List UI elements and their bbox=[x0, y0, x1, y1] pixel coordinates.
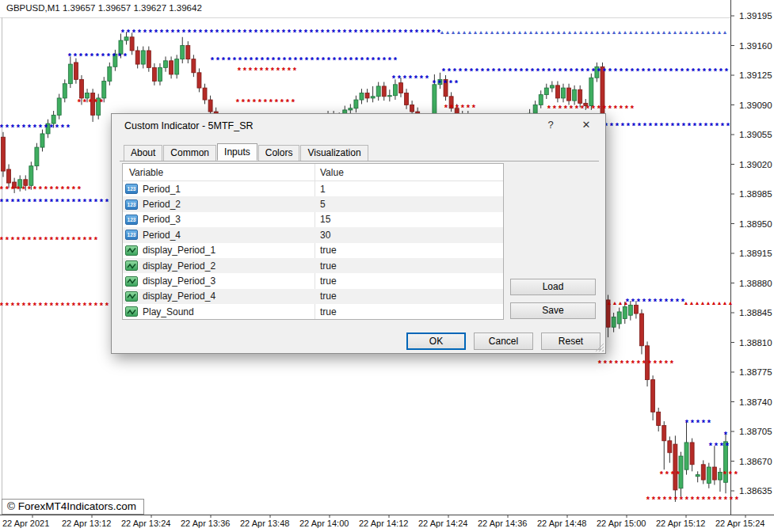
resistance-marker: * bbox=[398, 28, 402, 37]
chart-ohlc-title: GBPUSD,M1 1.39657 1.39657 1.39627 1.3964… bbox=[6, 3, 202, 13]
resistance-marker: * bbox=[39, 197, 43, 207]
param-row[interactable]: 123Period_315 bbox=[123, 212, 503, 227]
resistance-marker: ▲ bbox=[451, 29, 456, 35]
param-value[interactable]: 15 bbox=[320, 214, 330, 225]
bearish-candle bbox=[382, 86, 386, 97]
ok-button[interactable]: OK bbox=[406, 332, 466, 350]
resistance-marker: * bbox=[387, 28, 391, 37]
resistance-marker: * bbox=[28, 197, 32, 207]
support-marker: * bbox=[626, 359, 630, 368]
support-marker: * bbox=[570, 104, 574, 113]
support-marker: * bbox=[564, 104, 568, 113]
price-axis-label: 1.39055 bbox=[739, 130, 772, 139]
param-value[interactable]: true bbox=[320, 245, 337, 256]
support-marker: * bbox=[660, 469, 664, 479]
param-name: display_Period_2 bbox=[143, 260, 215, 272]
resistance-marker: * bbox=[559, 66, 562, 76]
resistance-marker: * bbox=[664, 66, 668, 76]
resistance-marker: * bbox=[50, 197, 54, 207]
bullish-candle bbox=[718, 472, 722, 480]
support-marker: * bbox=[11, 184, 15, 194]
resistance-marker: ▲ bbox=[556, 29, 562, 35]
param-row[interactable]: display_Period_1true bbox=[123, 243, 503, 258]
load-button[interactable]: Load bbox=[510, 279, 596, 295]
tab-about[interactable]: About bbox=[124, 145, 162, 162]
param-value[interactable]: true bbox=[320, 306, 337, 317]
resistance-marker: ▲ bbox=[473, 29, 479, 35]
param-value[interactable]: 5 bbox=[320, 199, 326, 210]
resistance-marker: * bbox=[11, 197, 15, 207]
resistance-marker: * bbox=[74, 51, 78, 61]
help-icon[interactable]: ? bbox=[542, 119, 559, 133]
param-value[interactable]: true bbox=[320, 291, 337, 302]
bullish-candle bbox=[376, 86, 380, 97]
resistance-marker: * bbox=[112, 51, 116, 61]
support-marker: * bbox=[592, 104, 596, 113]
support-marker: * bbox=[72, 235, 76, 245]
resistance-marker: ▲ bbox=[490, 29, 495, 35]
save-button[interactable]: Save bbox=[510, 302, 596, 319]
param-name: Period_4 bbox=[143, 230, 181, 241]
param-row[interactable]: 123Period_430 bbox=[123, 227, 503, 242]
resistance-marker: * bbox=[33, 197, 37, 207]
resistance-marker: * bbox=[637, 297, 641, 306]
time-axis-label: 22 Apr 14:00 bbox=[299, 519, 349, 528]
param-row[interactable]: Play_Soundtrue bbox=[123, 304, 503, 319]
dialog-titlebar[interactable]: Custom Indicator - 5MTF_SR ? ✕ bbox=[112, 114, 605, 138]
resistance-marker: * bbox=[455, 78, 459, 88]
support-marker: * bbox=[247, 97, 251, 107]
param-row[interactable]: display_Period_4true bbox=[123, 289, 503, 304]
bearish-candle bbox=[203, 88, 207, 100]
bullish-candle bbox=[612, 317, 616, 327]
resistance-marker: * bbox=[61, 197, 65, 207]
resistance-marker: * bbox=[166, 28, 170, 37]
param-row[interactable]: 123Period_25 bbox=[123, 196, 503, 211]
resistance-marker: * bbox=[654, 297, 658, 306]
tab-common[interactable]: Common bbox=[163, 145, 216, 162]
support-marker: * bbox=[55, 184, 59, 194]
param-row[interactable]: display_Period_3true bbox=[123, 273, 503, 288]
resistance-marker: * bbox=[464, 66, 468, 76]
param-value[interactable]: 1 bbox=[320, 184, 326, 195]
resistance-marker: * bbox=[631, 66, 635, 76]
support-marker: * bbox=[646, 495, 650, 504]
close-icon[interactable]: ✕ bbox=[578, 119, 595, 133]
param-value[interactable]: true bbox=[320, 260, 337, 272]
param-row[interactable]: display_Period_2true bbox=[123, 258, 503, 273]
resistance-marker: * bbox=[6, 123, 10, 132]
support-marker: ▲ bbox=[700, 300, 706, 306]
resistance-marker: ▲ bbox=[623, 29, 628, 35]
support-marker: * bbox=[625, 104, 629, 113]
support-marker: * bbox=[105, 301, 109, 310]
support-marker: * bbox=[275, 97, 279, 107]
resistance-marker: * bbox=[509, 66, 513, 76]
tab-inputs[interactable]: Inputs bbox=[217, 143, 257, 161]
reset-button[interactable]: Reset bbox=[541, 332, 601, 350]
param-value[interactable]: true bbox=[320, 276, 337, 287]
time-axis-label: 22 Apr 13:12 bbox=[62, 519, 111, 528]
support-marker: * bbox=[553, 104, 557, 113]
tab-colors[interactable]: Colors bbox=[258, 145, 300, 162]
resistance-marker: * bbox=[459, 66, 463, 76]
param-value[interactable]: 30 bbox=[320, 230, 330, 241]
resistance-marker: * bbox=[614, 66, 618, 76]
resistance-marker: ▲ bbox=[645, 29, 650, 35]
tab-visualization[interactable]: Visualization bbox=[300, 145, 368, 162]
resistance-marker: * bbox=[393, 28, 397, 37]
resistance-marker: ▲ bbox=[684, 29, 689, 35]
resistance-marker: * bbox=[714, 66, 718, 76]
resistance-marker: ▲ bbox=[495, 29, 501, 35]
resistance-marker: * bbox=[333, 55, 337, 65]
resistance-marker: * bbox=[349, 28, 353, 37]
resistance-marker: * bbox=[642, 297, 646, 306]
resistance-marker: * bbox=[632, 121, 636, 131]
cancel-button[interactable]: Cancel bbox=[474, 332, 533, 350]
resistance-marker: * bbox=[199, 28, 203, 37]
resistance-marker: * bbox=[171, 28, 175, 37]
resistance-marker: * bbox=[78, 197, 82, 207]
support-marker: * bbox=[249, 66, 253, 75]
bearish-candle bbox=[673, 444, 677, 490]
support-marker: * bbox=[253, 97, 257, 107]
param-row[interactable]: 123Period_11 bbox=[123, 181, 503, 196]
resistance-marker: ▲ bbox=[678, 29, 684, 35]
